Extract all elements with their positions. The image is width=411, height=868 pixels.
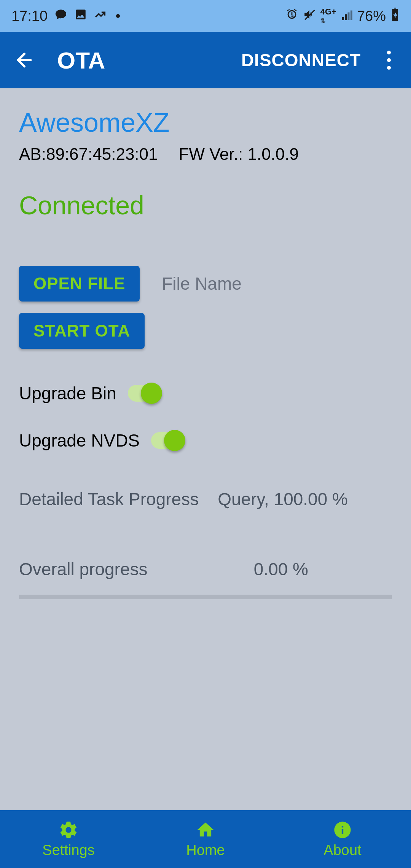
file-row: OPEN FILE File Name [19, 266, 392, 302]
overall-progress-value: 0.00 % [254, 559, 308, 579]
upgrade-bin-toggle[interactable] [128, 385, 160, 402]
start-ota-button[interactable]: START OTA [19, 313, 145, 349]
nav-about[interactable]: About [274, 810, 411, 868]
alarm-icon [285, 8, 298, 24]
overflow-menu-button[interactable] [378, 51, 400, 70]
battery-percent: 76% [357, 8, 386, 24]
gear-icon [59, 820, 78, 840]
detailed-progress-value: Query, 100.00 % [218, 489, 348, 509]
detailed-progress-row: Detailed Task Progress Query, 100.00 % [19, 489, 392, 509]
nav-about-label: About [323, 842, 361, 858]
back-button[interactable] [11, 46, 38, 74]
dot-icon [116, 14, 120, 18]
nav-settings-label: Settings [42, 842, 94, 858]
overall-progress-bar [19, 595, 392, 599]
detailed-progress-label: Detailed Task Progress [19, 489, 199, 509]
battery-charging-icon [390, 8, 400, 25]
signal-icon [341, 8, 352, 24]
upgrade-nvds-toggle[interactable] [151, 432, 183, 449]
disconnect-button[interactable]: DISCONNECT [232, 42, 370, 78]
file-name-label: File Name [162, 273, 242, 294]
upgrade-nvds-row: Upgrade NVDS [19, 430, 392, 451]
device-name: AwesomeXZ [19, 107, 392, 138]
network-4g-icon: 4G+⇅ [320, 8, 336, 24]
chat-icon [54, 8, 67, 24]
upgrade-bin-row: Upgrade Bin [19, 383, 392, 404]
connection-status: Connected [19, 190, 392, 220]
info-icon [333, 820, 352, 840]
app-bar: OTA DISCONNECT [0, 32, 411, 88]
image-icon [74, 8, 87, 24]
app-title: OTA [57, 47, 105, 74]
upgrade-bin-label: Upgrade Bin [19, 383, 116, 404]
status-right: 4G+⇅ 76% [285, 8, 400, 25]
device-fw-version: FW Ver.: 1.0.0.9 [179, 145, 299, 164]
mute-icon [303, 8, 316, 24]
status-bar: 17:10 4G+⇅ 76% [0, 0, 411, 32]
status-time: 17:10 [11, 8, 48, 24]
nav-settings[interactable]: Settings [0, 810, 137, 868]
device-info-row: AB:89:67:45:23:01 FW Ver.: 1.0.0.9 [19, 145, 392, 164]
main-content: AwesomeXZ AB:89:67:45:23:01 FW Ver.: 1.0… [0, 88, 411, 810]
status-left: 17:10 [11, 8, 120, 24]
overall-progress-label: Overall progress [19, 559, 147, 579]
home-icon [196, 820, 215, 840]
upgrade-nvds-label: Upgrade NVDS [19, 430, 140, 451]
trending-icon [94, 8, 107, 24]
nav-home[interactable]: Home [137, 810, 274, 868]
device-mac: AB:89:67:45:23:01 [19, 145, 158, 164]
overall-progress-row: Overall progress 0.00 % [19, 559, 392, 579]
bottom-nav: Settings Home About [0, 810, 411, 868]
open-file-button[interactable]: OPEN FILE [19, 266, 140, 302]
nav-home-label: Home [186, 842, 225, 858]
